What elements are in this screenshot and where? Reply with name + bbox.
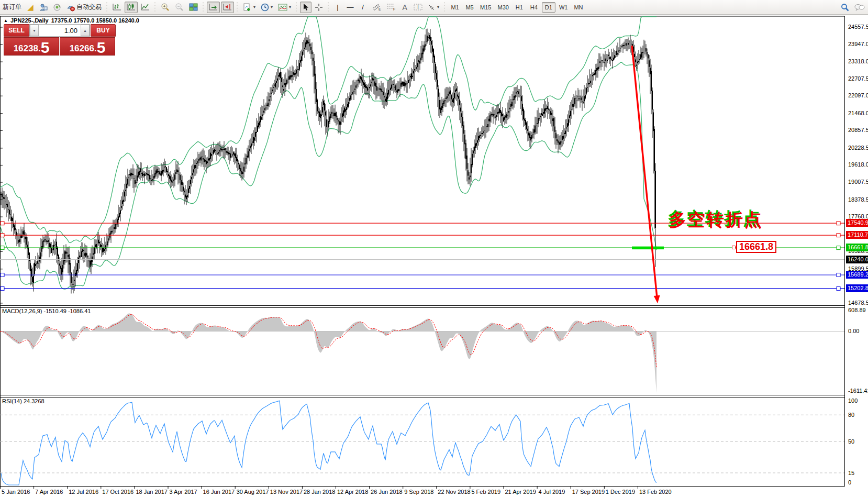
date-label[interactable]: 30 Aug 2017 xyxy=(237,489,269,495)
macd-tick-label: 608.89 xyxy=(848,307,866,313)
line-handle-left[interactable] xyxy=(1,222,4,225)
price-tick-label: 20228.5 xyxy=(848,145,868,151)
date-label[interactable]: 17 Sep 2019 xyxy=(572,489,605,495)
bollinger-lower-band xyxy=(0,62,656,289)
buy-button[interactable]: BUY xyxy=(91,24,116,37)
date-label[interactable]: 26 Jun 2018 xyxy=(371,489,403,495)
date-label[interactable]: 18 Jan 2017 xyxy=(136,489,168,495)
volume-stepper: ▼ 1.00 ▲ xyxy=(29,24,90,37)
line-handle-left[interactable] xyxy=(1,234,4,237)
line-price-chip: 16661.8 xyxy=(846,244,868,251)
rsi-tick-label: 80 xyxy=(848,412,854,418)
line-handle-right[interactable] xyxy=(837,234,840,237)
date-label[interactable]: 3 Apr 2017 xyxy=(170,489,197,495)
chart-title: ▲ JPN225-,Daily 17375.0 17570.0 15850.0 … xyxy=(4,17,139,24)
date-label[interactable]: 4 Jul 2019 xyxy=(539,489,565,495)
rsi-tick-label: 100 xyxy=(848,397,858,404)
line-handle-right[interactable] xyxy=(837,246,840,250)
collapse-icon[interactable]: ▲ xyxy=(4,18,8,23)
volume-value[interactable]: 1.00 xyxy=(39,27,81,35)
line-handle-left[interactable] xyxy=(1,273,4,277)
one-click-trading-panel: SELL ▼ 1.00 ▲ BUY 16238.5 16266.5 xyxy=(4,24,116,56)
price-tick-label: 18378.5 xyxy=(848,196,868,203)
price-tick-label: 19007.5 xyxy=(848,179,868,185)
price-callout-box[interactable]: 16661.8 xyxy=(736,241,776,253)
price-tick-label: 14678.5 xyxy=(848,300,868,306)
trend-arrow-head[interactable] xyxy=(654,295,660,304)
date-label[interactable]: 13 Nov 2017 xyxy=(270,489,303,495)
line-handle-left[interactable] xyxy=(1,286,4,290)
macd-histogram xyxy=(0,314,656,393)
price-tick-label: 19618.0 xyxy=(848,161,868,168)
date-label[interactable]: 1 Dec 2019 xyxy=(606,489,635,495)
macd-tick-label: 0.00 xyxy=(848,328,859,334)
line-price-chip: 15202.8 xyxy=(846,284,868,292)
date-label[interactable]: 5 Feb 2019 xyxy=(471,489,500,495)
rsi-line xyxy=(1,401,656,485)
line-price-chip: 15689.2 xyxy=(846,271,868,279)
macd-label: MACD(12,26,9) -1510.49 -1086.41 xyxy=(2,308,91,314)
sell-price[interactable]: 16238.5 xyxy=(4,37,59,56)
price-tick-label: 23947.0 xyxy=(848,41,868,47)
callout-handle[interactable] xyxy=(732,246,736,249)
macd-tick-label: -1611.41 xyxy=(848,388,868,394)
line-handle-right[interactable] xyxy=(837,222,840,225)
candlesticks xyxy=(1,29,655,294)
symbol-name: JPN225-,Daily xyxy=(10,17,49,24)
price-tick-label: 20857.5 xyxy=(848,127,868,133)
buy-price[interactable]: 16266.5 xyxy=(60,37,115,56)
ohlc-values: 17375.0 17570.0 15850.0 16240.0 xyxy=(51,17,139,24)
price-tick-label: 22707.5 xyxy=(848,75,868,82)
rsi-tick-label: 50 xyxy=(848,438,854,445)
date-label[interactable]: 13 Feb 2020 xyxy=(639,489,672,495)
line-handle-left[interactable] xyxy=(1,246,4,250)
rsi-label: RSI(14) 24.3268 xyxy=(2,398,44,404)
green-highlight-segment[interactable] xyxy=(632,247,664,250)
rsi-tick-label: 15 xyxy=(848,470,854,476)
price-tick-label: 21468.0 xyxy=(848,110,868,116)
volume-increase-button[interactable]: ▲ xyxy=(81,25,90,36)
rsi-tick-label: 0 xyxy=(848,479,851,485)
mt4-window: 新订单 ◢ 自动交易 xyxy=(0,0,868,497)
date-label[interactable]: 7 Apr 2016 xyxy=(35,489,63,495)
turning-point-annotation[interactable]: 多空转折点 xyxy=(669,208,763,232)
date-label[interactable]: 21 Apr 2019 xyxy=(505,489,536,495)
line-price-chip: 17540.9 xyxy=(846,219,868,227)
date-label[interactable]: 22 Nov 2018 xyxy=(438,489,470,495)
current-price-chip: 16240.0 xyxy=(846,256,868,263)
volume-decrease-button[interactable]: ▼ xyxy=(30,25,39,36)
line-price-chip: 17110.7 xyxy=(846,231,868,239)
candle-bodies xyxy=(1,35,655,285)
date-label[interactable]: 9 Sep 2018 xyxy=(404,489,433,495)
price-tick-label: 23318.0 xyxy=(848,58,868,64)
date-label[interactable]: 28 Jan 2018 xyxy=(304,489,336,495)
line-handle-right[interactable] xyxy=(837,273,840,277)
date-label[interactable]: 17 Oct 2016 xyxy=(102,489,133,495)
price-tick-label: 22097.0 xyxy=(848,92,868,98)
sell-button[interactable]: SELL xyxy=(4,24,29,37)
date-label[interactable]: 12 Jul 2016 xyxy=(69,489,98,495)
date-label[interactable]: 16 Jun 2017 xyxy=(203,489,235,495)
price-tick-label: 24557.5 xyxy=(848,24,868,30)
date-label[interactable]: 12 Apr 2018 xyxy=(337,489,368,495)
date-label[interactable]: 5 Jan 2016 xyxy=(2,489,30,495)
line-handle-right[interactable] xyxy=(837,286,840,290)
